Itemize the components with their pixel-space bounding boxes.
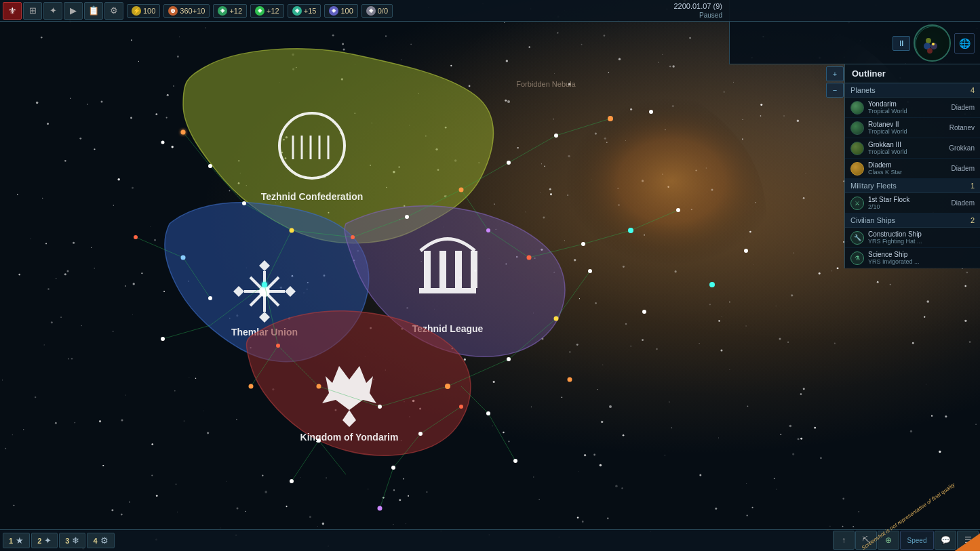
menu-button[interactable]: ☰ bbox=[957, 531, 979, 550]
fleet-power-1st: 2/10 bbox=[868, 203, 947, 210]
svg-point-64 bbox=[405, 215, 409, 219]
empire-button[interactable]: ⚜ bbox=[3, 2, 22, 20]
build-button[interactable]: ⛏ bbox=[855, 531, 877, 550]
planet-type-grokkan: Tropical World bbox=[868, 148, 945, 155]
research-resource[interactable]: ◈ 100 bbox=[324, 4, 357, 18]
alloys-value: +15 bbox=[304, 7, 317, 15]
svg-point-77 bbox=[486, 228, 490, 232]
svg-point-104 bbox=[121, 420, 123, 422]
minerals-resource[interactable]: ⊕ 360+10 bbox=[163, 4, 210, 18]
food-icon: ◈ bbox=[218, 6, 227, 16]
svg-point-90 bbox=[378, 506, 383, 511]
svg-line-56 bbox=[488, 413, 515, 461]
pause-button[interactable]: ⏸ bbox=[893, 36, 910, 51]
tab-3-button[interactable]: 3 ❄ bbox=[59, 533, 85, 548]
military-section-header[interactable]: Military Fleets 1 bbox=[845, 179, 980, 193]
planet-item-rotanev[interactable]: Rotanev II Tropical World Rotanev bbox=[845, 118, 980, 138]
svg-line-51 bbox=[292, 441, 319, 481]
move-button[interactable]: ↑ bbox=[833, 531, 855, 550]
svg-rect-20 bbox=[455, 251, 462, 288]
alloys-resource[interactable]: ◈ +15 bbox=[288, 4, 321, 18]
tab-2-button[interactable]: 2 ✦ bbox=[31, 533, 58, 548]
svg-point-66 bbox=[507, 161, 511, 165]
svg-point-83 bbox=[181, 256, 186, 260]
civilian-count: 2 bbox=[971, 216, 975, 224]
map-button[interactable]: ⊞ bbox=[23, 2, 42, 20]
trade-resource[interactable]: ◈ +12 bbox=[250, 4, 284, 18]
svg-point-108 bbox=[67, 270, 69, 272]
sectors-button[interactable]: ⚙ bbox=[104, 2, 123, 20]
svg-point-103 bbox=[711, 189, 713, 191]
food-resource[interactable]: ◈ +12 bbox=[213, 4, 247, 18]
planet-type-rotanev: Tropical World bbox=[868, 128, 945, 135]
trade-icon: ◈ bbox=[255, 6, 264, 16]
energy-value: 100 bbox=[143, 7, 155, 15]
svg-point-106 bbox=[779, 338, 781, 340]
svg-point-67 bbox=[554, 134, 558, 138]
ship-item-construction[interactable]: 🔧 Construction Ship YRS Fighting Hat ... bbox=[845, 228, 980, 248]
planet-loc-diadem: Diadem bbox=[952, 165, 975, 172]
planet-icon-diadem bbox=[850, 162, 864, 176]
civilian-section-header[interactable]: Civilian Ships 2 bbox=[845, 213, 980, 228]
map-controls: + − bbox=[824, 64, 844, 100]
planet-item-yondarim[interactable]: Yondarim Tropical World Diadem bbox=[845, 98, 980, 118]
minerals-icon: ⊕ bbox=[168, 6, 178, 16]
military-count: 1 bbox=[971, 182, 975, 190]
tezhnid-confederation-label: Tezhnid Confederation bbox=[261, 191, 364, 202]
svg-point-92 bbox=[418, 432, 423, 436]
svg-point-61 bbox=[262, 282, 267, 287]
minimap[interactable] bbox=[914, 24, 951, 62]
zoom-in-button[interactable]: + bbox=[826, 66, 844, 81]
galaxy-map-button[interactable]: 🌐 bbox=[954, 33, 975, 54]
planet-details-grokkan: Grokkan III Tropical World bbox=[868, 141, 945, 155]
svg-point-72 bbox=[378, 405, 382, 409]
planet-item-diadem[interactable]: Diadem Class K Star Diadem bbox=[845, 159, 980, 179]
svg-point-100 bbox=[101, 101, 103, 103]
planet-name-rotanev: Rotanev II bbox=[868, 121, 945, 128]
svg-rect-18 bbox=[424, 251, 431, 288]
svg-point-113 bbox=[927, 48, 933, 54]
ship-icon-science: ⚗ bbox=[850, 251, 864, 265]
svg-point-80 bbox=[628, 228, 633, 233]
planet-icon-yondarim bbox=[850, 101, 864, 115]
technology-button[interactable]: ✦ bbox=[43, 2, 62, 20]
fleet-loc-1st: Diadem bbox=[952, 199, 975, 207]
svg-point-89 bbox=[317, 438, 321, 443]
research-icon: ◈ bbox=[329, 6, 338, 16]
svg-point-82 bbox=[134, 235, 138, 239]
tab-4-button[interactable]: 4 ⚙ bbox=[87, 533, 114, 548]
minerals-value: 360+10 bbox=[180, 7, 205, 15]
svg-point-60 bbox=[242, 201, 246, 205]
svg-point-84 bbox=[208, 296, 212, 300]
planet-loc-rotanev: Rotanev bbox=[949, 124, 975, 131]
svg-point-99 bbox=[744, 249, 748, 253]
svg-point-102 bbox=[609, 405, 612, 408]
fleet-item-1st[interactable]: ⚔ 1st Star Flock 2/10 Diadem bbox=[845, 193, 980, 213]
tab-1-button[interactable]: 1 ★ bbox=[3, 533, 30, 548]
politics-button[interactable]: ▶ bbox=[64, 2, 83, 20]
civilian-label: Civilian Ships bbox=[850, 216, 895, 224]
ship-name-science: Science Ship bbox=[868, 251, 975, 258]
speed-display: Speed bbox=[900, 531, 934, 550]
svg-point-86 bbox=[161, 141, 165, 144]
planet-name-grokkan: Grokkan III bbox=[868, 141, 945, 148]
fleet-details-1st: 1st Star Flock 2/10 bbox=[868, 196, 947, 210]
svg-point-94 bbox=[513, 459, 517, 463]
ship-item-science[interactable]: ⚗ Science Ship YRS Invigorated ... bbox=[845, 248, 980, 268]
diplomacy-button[interactable]: 📋 bbox=[84, 2, 103, 20]
alloys-icon: ◈ bbox=[292, 6, 302, 16]
chat-button[interactable]: 💬 bbox=[935, 531, 956, 550]
svg-point-78 bbox=[527, 256, 532, 260]
energy-resource[interactable]: ⚡ 100 bbox=[127, 4, 160, 18]
zoom-out-button[interactable]: − bbox=[826, 83, 844, 98]
planet-details-rotanev: Rotanev II Tropical World bbox=[868, 121, 945, 135]
planets-section-header[interactable]: Planets 4 bbox=[845, 83, 980, 98]
settle-button[interactable]: ⊕ bbox=[878, 531, 899, 550]
svg-point-87 bbox=[249, 384, 254, 389]
planet-name-diadem: Diadem bbox=[868, 161, 947, 169]
planets-label: Planets bbox=[850, 86, 876, 94]
influence-value: 0/0 bbox=[378, 7, 388, 15]
planet-item-grokkan[interactable]: Grokkan III Tropical World Grokkan bbox=[845, 138, 980, 159]
planet-name-yondarim: Yondarim bbox=[868, 100, 947, 108]
influence-resource[interactable]: ◈ 0/0 bbox=[361, 4, 393, 18]
